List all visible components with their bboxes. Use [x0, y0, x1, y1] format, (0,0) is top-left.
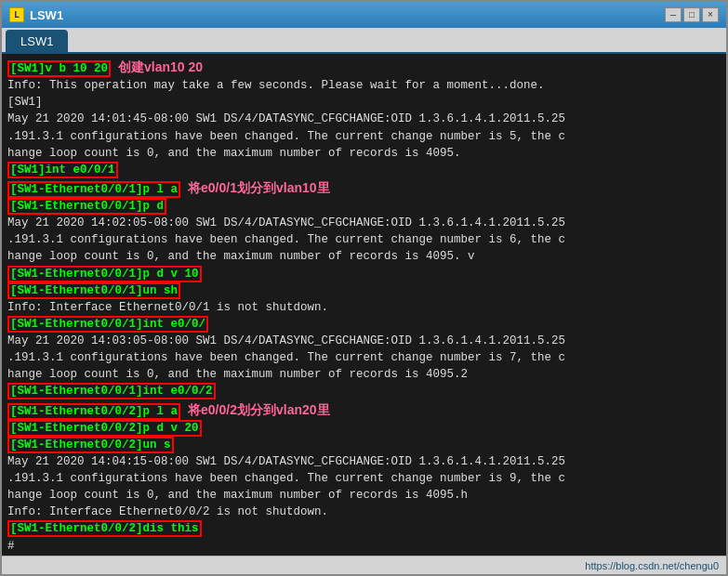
terminal-line: Info: Interface Ethernet0/0/2 is not shu…	[7, 504, 721, 520]
command-text: [SW1-Ethernet0/0/1]un sh	[7, 282, 180, 299]
terminal-line: [SW1-Ethernet0/0/1]int e0/0/	[7, 316, 721, 333]
terminal-line: [SW1-Ethernet0/0/2]p d v 20	[7, 420, 721, 437]
terminal-line: [SW1-Ethernet0/0/2]dis this	[7, 520, 721, 537]
annotation-text: 将e0/0/1划分到vlan10里	[188, 180, 330, 195]
terminal-line: [SW1-Ethernet0/0/2]p l a将e0/0/2划分到vlan20…	[7, 400, 721, 420]
command-text: [SW1-Ethernet0/0/2]p l a	[7, 403, 180, 420]
terminal-line: Info: Interface Ethernet0/0/1 is not shu…	[7, 299, 721, 316]
terminal-line: [SW1]int e0/0/1	[7, 162, 721, 178]
terminal-line: hange loop count is 0, and the maximum n…	[7, 248, 721, 265]
main-window: L LSW1 — □ × LSW1 [SW1]v b 10 20创建vlan10…	[0, 0, 728, 576]
minimize-button[interactable]: —	[665, 7, 682, 22]
terminal-line: .191.3.1 configurations have been change…	[7, 470, 721, 487]
terminal-line: May 21 2020 14:03:05-08:00 SW1 DS/4/DATA…	[7, 333, 721, 349]
terminal-line: May 21 2020 14:02:05-08:00 SW1 DS/4/DATA…	[7, 215, 721, 231]
app-icon: L	[9, 7, 24, 22]
terminal-line: May 21 2020 14:04:15-08:00 SW1 DS/4/DATA…	[7, 453, 721, 470]
terminal-line: [SW1]v b 10 20创建vlan10 20	[7, 58, 721, 77]
footer-url: https://blog.csdn.net/chengu0	[585, 560, 719, 571]
terminal-line: [SW1]	[7, 94, 721, 111]
tab-lsw1[interactable]: LSW1	[6, 30, 68, 52]
terminal-output[interactable]: [SW1]v b 10 20创建vlan10 20Info: This oper…	[2, 54, 726, 556]
terminal-line: .191.3.1 configurations have been change…	[7, 349, 721, 366]
terminal-line: #	[7, 538, 721, 555]
terminal-line: [SW1-Ethernet0/0/1]p d	[7, 198, 721, 215]
terminal-line: [SW1-Ethernet0/0/1]int e0/0/2	[7, 383, 721, 399]
command-text: [SW1-Ethernet0/0/2]dis this	[7, 520, 202, 537]
command-text: [SW1-Ethernet0/0/1]p d v 10	[7, 266, 202, 282]
window-controls: — □ ×	[665, 7, 719, 22]
terminal-line: hange loop count is 0, and the maximum n…	[7, 487, 721, 504]
command-text: [SW1-Ethernet0/0/2]p d v 20	[7, 420, 202, 437]
close-button[interactable]: ×	[702, 7, 719, 22]
terminal-line: .191.3.1 configurations have been change…	[7, 128, 721, 145]
window-title: LSW1	[30, 8, 63, 22]
footer-bar: https://blog.csdn.net/chengu0	[2, 556, 726, 574]
tab-bar: LSW1	[2, 28, 726, 54]
terminal-line: [SW1-Ethernet0/0/2]un s	[7, 437, 721, 453]
command-text: [SW1-Ethernet0/0/2]un s	[7, 437, 174, 453]
terminal-line: [SW1-Ethernet0/0/1]p l a将e0/0/1划分到vlan10…	[7, 178, 721, 198]
annotation-text: 创建vlan10 20	[118, 59, 203, 74]
terminal-line: hange loop count is 0, and the maximum n…	[7, 366, 721, 383]
command-text: [SW1]int e0/0/1	[7, 162, 118, 178]
title-bar-left: L LSW1	[9, 7, 63, 22]
terminal-line: May 21 2020 14:01:45-08:00 SW1 DS/4/DATA…	[7, 111, 721, 127]
restore-button[interactable]: □	[683, 7, 700, 22]
title-bar: L LSW1 — □ ×	[2, 2, 726, 28]
terminal-line: .191.3.1 configurations have been change…	[7, 231, 721, 248]
command-text: [SW1-Ethernet0/0/1]int e0/0/	[7, 316, 208, 333]
command-text: [SW1]v b 10 20	[7, 60, 111, 77]
terminal-line: [SW1-Ethernet0/0/1]un sh	[7, 282, 721, 299]
command-text: [SW1-Ethernet0/0/1]int e0/0/2	[7, 383, 216, 399]
terminal-line: [SW1-Ethernet0/0/1]p d v 10	[7, 266, 721, 282]
terminal-line: hange loop count is 0, and the maximum n…	[7, 145, 721, 162]
command-text: [SW1-Ethernet0/0/1]p d	[7, 198, 166, 215]
command-text: [SW1-Ethernet0/0/1]p l a	[7, 181, 180, 198]
terminal-line: Info: This operation may take a few seco…	[7, 77, 721, 94]
annotation-text: 将e0/0/2划分到vlan20里	[188, 402, 330, 417]
